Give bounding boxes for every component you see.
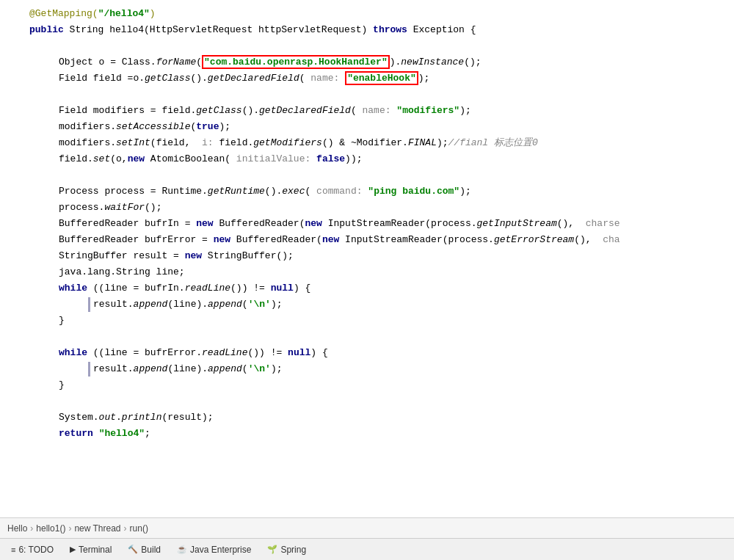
tab-spring-label: Spring bbox=[280, 545, 306, 555]
code-line-16: StringBuffer result = new StringBuffer()… bbox=[0, 248, 734, 264]
todo-icon: ≡ bbox=[11, 545, 15, 554]
code-line-27: return "hello4"; bbox=[0, 426, 734, 442]
tab-todo-label: 6: TODO bbox=[18, 545, 54, 555]
code-line-23: result.append(line).append('\n'); bbox=[0, 361, 734, 377]
bottom-tab-bar: ≡ 6: TODO ▶ Terminal 🔨 Build ☕ Java Ente… bbox=[0, 538, 734, 560]
code-line-4: Object o = Class.forName("com.baidu.open… bbox=[0, 54, 734, 70]
tab-build[interactable]: 🔨 Build bbox=[120, 542, 168, 558]
code-editor[interactable]: @GetMapping("/hello4") public String hel… bbox=[0, 0, 734, 517]
code-line-18: while ((line = bufrIn.readLine()) != nul… bbox=[0, 280, 734, 297]
code-line-19: result.append(line).append('\n'); bbox=[0, 297, 734, 313]
breadcrumb-sep-3: › bbox=[124, 523, 127, 534]
tab-terminal-label: Terminal bbox=[79, 545, 112, 555]
code-line-7: Field modifiers = field.getClass().getDe… bbox=[0, 103, 734, 119]
code-line-20: } bbox=[0, 313, 734, 329]
breadcrumb-item-new-thread[interactable]: new Thread bbox=[74, 523, 120, 534]
breadcrumb: Hello › hello1() › new Thread › run() bbox=[0, 517, 734, 538]
breadcrumb-sep-1: › bbox=[30, 523, 33, 534]
code-line-13: process.waitFor(); bbox=[0, 200, 734, 216]
spring-icon: 🌱 bbox=[267, 545, 277, 554]
tab-todo[interactable]: ≡ 6: TODO bbox=[4, 542, 61, 558]
tab-spring[interactable]: 🌱 Spring bbox=[260, 542, 313, 558]
code-line-5: Field field =o.getClass().getDeclaredFie… bbox=[0, 70, 734, 87]
code-line-15: BufferedReader bufrError = new BufferedR… bbox=[0, 232, 734, 248]
code-line-24: } bbox=[0, 377, 734, 393]
code-line-2: public String hello4(HttpServletRequest … bbox=[0, 22, 734, 38]
breadcrumb-sep-2: › bbox=[68, 523, 71, 534]
code-line-17: java.lang.String line; bbox=[0, 264, 734, 280]
code-line-9: modifiers.setInt(field, i: field.getModi… bbox=[0, 135, 734, 151]
code-line-26: System.out.println(result); bbox=[0, 410, 734, 426]
build-icon: 🔨 bbox=[128, 545, 138, 554]
annotation: @GetMapping("/hello4") bbox=[29, 7, 156, 21]
tab-terminal[interactable]: ▶ Terminal bbox=[62, 542, 119, 558]
code-line-6 bbox=[0, 87, 734, 103]
breadcrumb-item-hello[interactable]: Hello bbox=[7, 523, 27, 534]
tab-build-label: Build bbox=[141, 545, 161, 555]
code-line-21 bbox=[0, 329, 734, 345]
code-line-25 bbox=[0, 393, 734, 410]
tab-java-enterprise[interactable]: ☕ Java Enterprise bbox=[170, 542, 258, 558]
code-line-8: modifiers.setAccessible(true); bbox=[0, 119, 734, 135]
tab-java-enterprise-label: Java Enterprise bbox=[190, 545, 251, 555]
breadcrumb-item-hello1[interactable]: hello1() bbox=[36, 523, 65, 534]
code-line-12: Process process = Runtime.getRuntime().e… bbox=[0, 183, 734, 200]
breadcrumb-item-run[interactable]: run() bbox=[130, 523, 148, 534]
code-line-10: field.set(o,new AtomicBoolean( initialVa… bbox=[0, 151, 734, 167]
code-line-22: while ((line = bufrError.readLine()) != … bbox=[0, 345, 734, 361]
java-enterprise-icon: ☕ bbox=[177, 545, 187, 554]
code-line-14: BufferedReader bufrIn = new BufferedRead… bbox=[0, 216, 734, 232]
code-line-11 bbox=[0, 167, 734, 183]
code-line-3 bbox=[0, 38, 734, 54]
terminal-icon: ▶ bbox=[70, 545, 76, 554]
code-line-1: @GetMapping("/hello4") bbox=[0, 6, 734, 22]
